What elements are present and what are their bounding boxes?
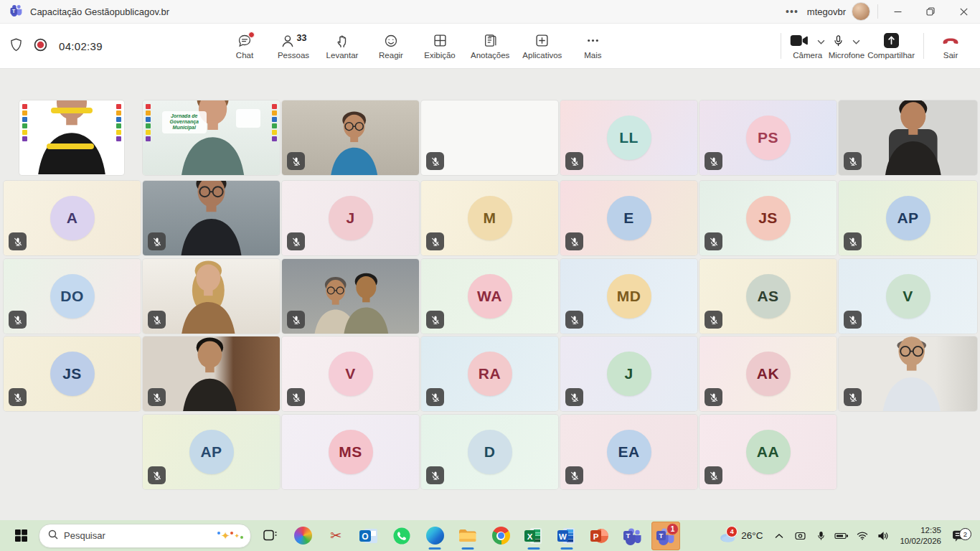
close-button[interactable] — [947, 0, 980, 23]
participant-tile-A[interactable]: A — [4, 181, 141, 255]
taskbar-app-whatsapp[interactable] — [387, 522, 416, 550]
participant-tile-video[interactable] — [282, 259, 419, 334]
taskbar-app-chrome[interactable] — [486, 522, 515, 550]
toolbar-label: Compartilhar — [867, 51, 915, 60]
participant-tile-AP[interactable]: AP — [839, 181, 977, 255]
toolbar-people-button[interactable]: 33Pessoas — [274, 30, 313, 62]
toolbar-note-button[interactable]: Anotações — [469, 30, 511, 62]
participant-tile-video[interactable] — [282, 100, 419, 175]
toolbar-plus-button[interactable]: Aplicativos — [521, 30, 563, 62]
participant-tile-V[interactable]: V — [839, 259, 977, 334]
participant-tile-J[interactable]: J — [282, 181, 419, 255]
toolbar-chat-button[interactable]: Chat — [225, 30, 264, 62]
toolbar-phone-button[interactable]: Sair — [931, 30, 970, 62]
participant-tile-video[interactable] — [839, 100, 977, 175]
tray-wifi-icon[interactable] — [855, 526, 870, 546]
taskbar-app-teams[interactable]: T — [618, 522, 647, 550]
weather-widget[interactable]: 4 26°C — [716, 528, 765, 544]
toolbar-camera-button[interactable]: Câmera — [788, 30, 827, 62]
participant-tile-EA[interactable]: EA — [560, 415, 697, 489]
taskbar-app-edge[interactable] — [420, 522, 449, 550]
participant-tile-AK[interactable]: AK — [699, 336, 837, 411]
participant-tile-J[interactable]: J — [560, 336, 697, 411]
participant-avatar: JS — [50, 352, 95, 396]
participant-initials: AA — [757, 443, 779, 461]
participant-tile-PS[interactable]: PS — [699, 100, 837, 175]
participant-avatar: V — [886, 274, 930, 319]
brand-mosaic — [146, 104, 151, 141]
tray-camera-icon[interactable] — [793, 526, 807, 546]
tray-chevron-up-icon[interactable] — [772, 526, 786, 546]
taskbar-app-powerpoint[interactable]: P — [585, 522, 614, 550]
participant-tile-WA[interactable]: WA — [421, 259, 558, 334]
participant-avatar: EA — [607, 430, 651, 474]
notification-badge: 2 — [959, 528, 971, 540]
mic-muted-icon — [565, 311, 583, 329]
participant-avatar: WA — [468, 274, 512, 319]
participant-tile-video[interactable]: Jornada de Governança Municipal — [143, 100, 280, 175]
participant-tile-video[interactable] — [143, 181, 280, 255]
toolbar-dots-button[interactable]: Mais — [573, 30, 612, 62]
mic-muted-icon — [705, 466, 722, 484]
participant-tile-JS[interactable]: JS — [4, 336, 141, 411]
taskbar-app-copilot[interactable] — [288, 522, 317, 550]
participant-tile-V[interactable]: V — [282, 336, 419, 411]
participant-tile-blank[interactable] — [421, 100, 558, 175]
start-button[interactable] — [7, 522, 34, 550]
mic-muted-icon — [9, 388, 27, 406]
brand-logo-card — [236, 109, 260, 128]
mic-muted-icon — [844, 311, 862, 329]
taskbar-search[interactable]: Pesquisar ✦✦ — [39, 524, 251, 548]
tray-volume-icon[interactable] — [876, 526, 890, 546]
phone-icon — [941, 33, 960, 49]
toolbar-smiley-button[interactable]: Reagir — [372, 30, 410, 62]
taskbar-app-teams-classic[interactable]: T1 — [651, 522, 680, 550]
participant-tile-E[interactable]: E — [560, 181, 697, 255]
toolbar-hand-button[interactable]: Levantar — [323, 30, 362, 62]
participant-tile-video[interactable] — [143, 259, 280, 334]
minimize-button[interactable] — [881, 0, 914, 23]
participant-tile-LL[interactable]: LL — [560, 100, 697, 175]
toolbar-label: Sair — [943, 51, 958, 60]
participant-tile-AP[interactable]: AP — [143, 415, 280, 489]
participant-tile-AA[interactable]: AA — [699, 415, 837, 489]
participant-tile-D[interactable]: D — [421, 415, 558, 489]
participant-tile-MD[interactable]: MD — [560, 259, 697, 334]
participant-avatar: AP — [189, 430, 234, 474]
chevron-down-icon[interactable] — [817, 34, 825, 47]
taskbar-app-taskview[interactable] — [255, 522, 284, 550]
toolbar-share-button[interactable]: Compartilhar — [866, 30, 916, 62]
maximize-button[interactable] — [914, 0, 947, 23]
participant-tile-video[interactable] — [143, 336, 280, 411]
tray-battery-icon[interactable] — [834, 526, 849, 546]
toolbar-mic-button[interactable]: Microfone — [827, 30, 867, 62]
participant-tile-MS[interactable]: MS — [282, 415, 419, 489]
taskbar-app-outlook[interactable]: O — [354, 522, 383, 550]
participant-initials: PS — [758, 129, 778, 146]
toolbar-label: Câmera — [793, 51, 822, 60]
toolbar-grid-button[interactable]: Exibição — [420, 30, 459, 62]
account-avatar[interactable] — [852, 2, 870, 21]
participant-tile-M[interactable]: M — [421, 181, 558, 255]
titlebar-more-button[interactable]: ••• — [777, 6, 807, 17]
participant-tile-RA[interactable]: RA — [421, 336, 558, 411]
participant-tile-JS[interactable]: JS — [699, 181, 837, 255]
notification-center-button[interactable]: 2 — [951, 529, 970, 542]
account-name[interactable]: mtegovbr — [807, 6, 846, 17]
participant-tile-AS[interactable]: AS — [699, 259, 837, 334]
tray-microphone-icon[interactable] — [814, 526, 828, 546]
toolbar-label: Levantar — [326, 51, 359, 60]
taskbar-app-excel[interactable]: X — [519, 522, 548, 550]
chevron-down-icon[interactable] — [852, 34, 860, 47]
taskbar-app-snip[interactable]: ✂ — [321, 522, 350, 550]
smiley-icon — [384, 33, 398, 49]
participant-tile-video[interactable] — [839, 336, 977, 411]
taskbar-clock[interactable]: 12:35 10/02/2026 — [897, 525, 944, 547]
participant-avatar: MD — [607, 274, 651, 319]
participant-tile-video[interactable] — [19, 100, 124, 175]
taskbar-app-explorer[interactable] — [453, 522, 482, 550]
participant-tile-DO[interactable]: DO — [4, 259, 141, 334]
participant-initials: M — [484, 209, 496, 227]
taskbar-app-word[interactable]: W — [552, 522, 581, 550]
running-indicator — [528, 547, 540, 550]
